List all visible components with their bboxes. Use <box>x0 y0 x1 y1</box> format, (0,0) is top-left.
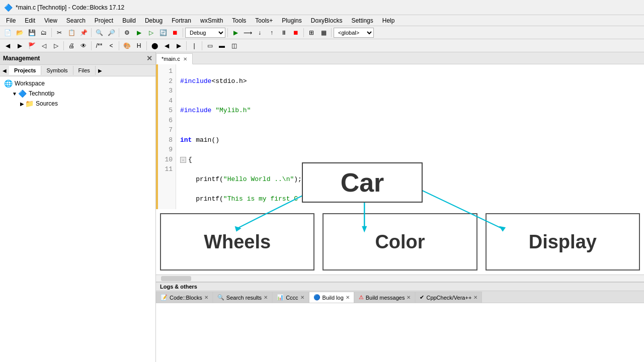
header-btn[interactable]: H <box>133 40 144 51</box>
menu-tools[interactable]: Tools <box>228 16 250 25</box>
sep4 <box>183 28 183 37</box>
cut-btn[interactable]: ✂ <box>54 27 65 38</box>
debug-pause-btn[interactable]: ⏸ <box>278 27 289 38</box>
logs-tab-icon-s: 🔍 <box>217 294 224 301</box>
menu-help[interactable]: Help <box>378 16 399 25</box>
logs-tab-cccc[interactable]: 📊 Cccc ✕ <box>272 292 308 303</box>
rebuild-btn[interactable]: 🔄 <box>157 27 169 38</box>
layout-btn[interactable]: ▦ <box>318 27 329 38</box>
logs-tab-buildlog[interactable]: 🔵 Build log ✕ <box>309 292 354 303</box>
find-btn[interactable]: 🔍 <box>94 27 105 38</box>
logs-tab-cppcheck[interactable]: ✔ CppCheck/Vera++ ✕ <box>415 292 482 303</box>
tab-symbols[interactable]: Symbols <box>41 66 73 75</box>
left-panel: Management ✕ ◀ Projects Symbols Files ▶ … <box>0 52 156 362</box>
logs-tab-close-cc[interactable]: ✕ <box>300 295 304 300</box>
save-btn[interactable]: 💾 <box>26 27 37 38</box>
debug-step-out-btn[interactable]: ↑ <box>266 27 277 38</box>
open-btn[interactable]: 📂 <box>14 27 25 38</box>
menu-plugins[interactable]: Plugins <box>278 16 305 25</box>
title-bar: 🔷 *main.c [Technotip] - Code::Blocks 17.… <box>0 0 644 15</box>
tree-sources[interactable]: ▶ 📁 Sources <box>18 99 153 109</box>
paste-btn[interactable]: 📌 <box>78 27 89 38</box>
tab-projects[interactable]: Projects <box>9 66 41 75</box>
logs-tab-close-cb[interactable]: ✕ <box>204 295 208 300</box>
menu-file[interactable]: File <box>2 16 20 25</box>
logs-tab-codeblocks[interactable]: 📝 Code::Blocks ✕ <box>156 292 213 303</box>
tree-workspace[interactable]: 🌐 Workspace <box>2 78 153 88</box>
global-select[interactable]: <global> <box>334 28 374 38</box>
menu-debug[interactable]: Debug <box>141 16 167 25</box>
panel-nav-left[interactable]: ◀ <box>0 65 9 76</box>
bp-next-btn[interactable]: ▶ <box>173 40 184 51</box>
logs-tab-close-bl[interactable]: ✕ <box>346 295 350 300</box>
logs-area: Logs & others 📝 Code::Blocks ✕ 🔍 Search … <box>156 282 644 362</box>
breakpoint-btn[interactable]: ⬤ <box>149 40 160 51</box>
menu-tools-plus[interactable]: Tools+ <box>251 16 277 25</box>
rect-btn[interactable]: ▭ <box>204 40 215 51</box>
style-btn[interactable]: 🎨 <box>121 40 132 51</box>
rect3-btn[interactable]: ◫ <box>228 40 239 51</box>
menu-fortran[interactable]: Fortran <box>168 16 195 25</box>
sep5 <box>227 28 228 37</box>
editor-area: 1 2 3 4 5 6 7 8 9 10 11 #include<stdio.h… <box>156 64 644 275</box>
logs-tab-label-s: Search results <box>226 295 262 301</box>
print-preview-btn[interactable]: 👁 <box>78 40 89 51</box>
replace-btn[interactable]: 🔎 <box>106 27 117 38</box>
save-all-btn[interactable]: 🗂 <box>38 27 49 38</box>
logs-tab-search[interactable]: 🔍 Search results ✕ <box>213 292 272 303</box>
scrollbar-h[interactable] <box>156 275 644 282</box>
tsep5 <box>186 41 187 50</box>
bookmark-next-btn[interactable]: ▷ <box>50 40 61 51</box>
window-btn[interactable]: ⊞ <box>306 27 317 38</box>
settings-btn[interactable]: ⚙ <box>121 27 132 38</box>
logs-header: Logs & others <box>156 283 644 291</box>
sep3 <box>119 28 119 37</box>
debug-run-btn[interactable]: ▶ <box>230 27 241 38</box>
menu-view[interactable]: View <box>40 16 61 25</box>
menu-doxyblocks[interactable]: DoxyBlocks <box>307 16 347 25</box>
bp-prev-btn[interactable]: ◀ <box>161 40 172 51</box>
bookmark-prev-btn[interactable]: ◁ <box>38 40 49 51</box>
cursor-btn[interactable]: | <box>189 40 200 51</box>
copy-btn[interactable]: 📋 <box>66 27 77 38</box>
tree-project[interactable]: ▼ 🔷 Technotip <box>10 88 153 99</box>
logs-tab-label-cb: Code::Blocks <box>170 295 202 301</box>
bookmark-btn[interactable]: 🚩 <box>26 40 37 51</box>
back-btn[interactable]: ◀ <box>2 40 13 51</box>
car-box: Car <box>302 162 423 203</box>
logs-tab-close-s[interactable]: ✕ <box>264 295 268 300</box>
stop-btn[interactable]: ⏹ <box>170 27 181 38</box>
build-btn[interactable]: ▶ <box>133 27 144 38</box>
logs-tab-close-bm[interactable]: ✕ <box>407 295 411 300</box>
editor-tab-close[interactable]: ✕ <box>183 56 187 62</box>
forward-btn[interactable]: ▶ <box>14 40 25 51</box>
editor-tab-main[interactable]: *main.c ✕ <box>156 53 193 64</box>
uncomment-btn[interactable]: < <box>106 40 117 51</box>
menu-settings[interactable]: Settings <box>347 16 377 25</box>
car-label: Car <box>341 167 384 198</box>
menu-project[interactable]: Project <box>91 16 117 25</box>
menu-search[interactable]: Search <box>62 16 90 25</box>
logs-tab-close-cpp[interactable]: ✕ <box>473 295 477 300</box>
debug-select[interactable]: Debug Release <box>185 28 225 38</box>
menu-wxsmith[interactable]: wxSmith <box>196 16 227 25</box>
logs-tab-buildmsg[interactable]: ⚠ Build messages ✕ <box>354 292 416 303</box>
tab-files[interactable]: Files <box>73 66 96 75</box>
editor-tabs: *main.c ✕ <box>156 52 644 64</box>
debug-stop-btn[interactable]: ⏹ <box>290 27 301 38</box>
debug-step-in-btn[interactable]: ↓ <box>254 27 265 38</box>
run-btn[interactable]: ▷ <box>145 27 156 38</box>
tsep1 <box>63 41 64 50</box>
panel-close-btn[interactable]: ✕ <box>146 54 152 62</box>
sep2 <box>91 28 92 37</box>
panel-nav-right[interactable]: ▶ <box>96 65 105 76</box>
scrollbar-thumb[interactable] <box>161 276 191 281</box>
print-btn[interactable]: 🖨 <box>66 40 77 51</box>
new-btn[interactable]: 📄 <box>2 27 13 38</box>
comment-btn[interactable]: /** <box>94 40 105 51</box>
debug-step-btn[interactable]: ⟶ <box>242 27 253 38</box>
menu-build[interactable]: Build <box>118 16 140 25</box>
rect2-btn[interactable]: ▬ <box>216 40 227 51</box>
logs-tab-icon-bm: ⚠ <box>359 294 364 301</box>
menu-edit[interactable]: Edit <box>21 16 39 25</box>
